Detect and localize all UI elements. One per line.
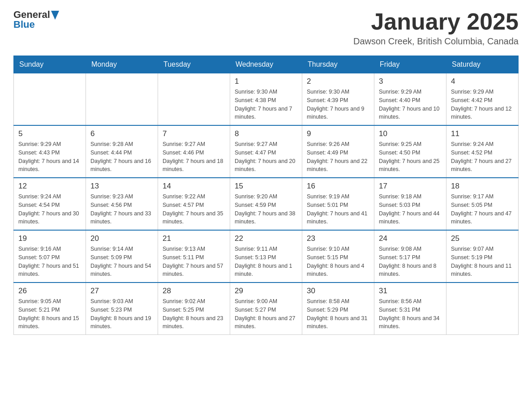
calendar-week-row: 1Sunrise: 9:30 AMSunset: 4:38 PMDaylight… bbox=[14, 73, 519, 126]
day-info: Sunrise: 9:29 AMSunset: 4:42 PMDaylight:… bbox=[451, 88, 514, 121]
table-row: 3Sunrise: 9:29 AMSunset: 4:40 PMDaylight… bbox=[374, 73, 446, 126]
day-number: 25 bbox=[451, 234, 514, 243]
day-number: 14 bbox=[163, 182, 225, 191]
day-info: Sunrise: 9:11 AMSunset: 5:13 PMDaylight:… bbox=[235, 245, 297, 278]
page-header: General Blue January 2025 Dawson Creek, … bbox=[13, 9, 519, 47]
table-row: 13Sunrise: 9:23 AMSunset: 4:56 PMDayligh… bbox=[86, 178, 158, 230]
calendar-week-row: 26Sunrise: 9:05 AMSunset: 5:21 PMDayligh… bbox=[14, 283, 519, 335]
day-number: 2 bbox=[307, 77, 369, 86]
table-row: 8Sunrise: 9:27 AMSunset: 4:47 PMDaylight… bbox=[230, 125, 302, 178]
day-number: 17 bbox=[379, 182, 442, 191]
table-row: 19Sunrise: 9:16 AMSunset: 5:07 PMDayligh… bbox=[14, 230, 86, 283]
table-row: 11Sunrise: 9:24 AMSunset: 4:52 PMDayligh… bbox=[446, 125, 519, 178]
table-row: 5Sunrise: 9:29 AMSunset: 4:43 PMDaylight… bbox=[14, 125, 86, 178]
day-info: Sunrise: 9:26 AMSunset: 4:49 PMDaylight:… bbox=[307, 140, 369, 174]
table-row: 20Sunrise: 9:14 AMSunset: 5:09 PMDayligh… bbox=[86, 230, 158, 283]
day-number: 28 bbox=[163, 287, 225, 295]
table-row: 4Sunrise: 9:29 AMSunset: 4:42 PMDaylight… bbox=[446, 73, 519, 126]
header-tuesday: Tuesday bbox=[158, 56, 230, 73]
table-row: 18Sunrise: 9:17 AMSunset: 5:05 PMDayligh… bbox=[446, 178, 519, 230]
calendar-title: January 2025 bbox=[353, 9, 519, 34]
table-row: 26Sunrise: 9:05 AMSunset: 5:21 PMDayligh… bbox=[14, 283, 86, 335]
day-number: 24 bbox=[379, 234, 442, 243]
calendar-subtitle: Dawson Creek, British Columbia, Canada bbox=[353, 36, 519, 47]
table-row: 27Sunrise: 9:03 AMSunset: 5:23 PMDayligh… bbox=[86, 283, 158, 335]
day-info: Sunrise: 9:30 AMSunset: 4:38 PMDaylight:… bbox=[235, 88, 297, 121]
day-info: Sunrise: 9:22 AMSunset: 4:57 PMDaylight:… bbox=[163, 193, 225, 226]
day-info: Sunrise: 9:05 AMSunset: 5:21 PMDaylight:… bbox=[18, 297, 81, 331]
header-thursday: Thursday bbox=[302, 56, 374, 73]
day-number: 5 bbox=[18, 129, 81, 138]
day-info: Sunrise: 8:56 AMSunset: 5:31 PMDaylight:… bbox=[379, 297, 442, 331]
day-number: 23 bbox=[307, 234, 369, 243]
day-number: 6 bbox=[90, 129, 153, 138]
day-number: 31 bbox=[379, 287, 442, 295]
day-number: 12 bbox=[18, 182, 81, 191]
table-row: 10Sunrise: 9:25 AMSunset: 4:50 PMDayligh… bbox=[374, 125, 446, 178]
table-row: 30Sunrise: 8:58 AMSunset: 5:29 PMDayligh… bbox=[302, 283, 374, 335]
day-info: Sunrise: 9:13 AMSunset: 5:11 PMDaylight:… bbox=[163, 245, 225, 278]
day-info: Sunrise: 9:07 AMSunset: 5:19 PMDaylight:… bbox=[451, 245, 514, 278]
calendar-week-row: 19Sunrise: 9:16 AMSunset: 5:07 PMDayligh… bbox=[14, 230, 519, 283]
day-number: 18 bbox=[451, 182, 514, 191]
day-info: Sunrise: 9:08 AMSunset: 5:17 PMDaylight:… bbox=[379, 245, 442, 278]
day-number: 7 bbox=[163, 129, 225, 138]
table-row bbox=[158, 73, 230, 126]
table-row: 17Sunrise: 9:18 AMSunset: 5:03 PMDayligh… bbox=[374, 178, 446, 230]
day-number: 10 bbox=[379, 129, 442, 138]
table-row: 12Sunrise: 9:24 AMSunset: 4:54 PMDayligh… bbox=[14, 178, 86, 230]
day-info: Sunrise: 9:24 AMSunset: 4:54 PMDaylight:… bbox=[18, 193, 81, 226]
day-info: Sunrise: 9:30 AMSunset: 4:39 PMDaylight:… bbox=[307, 88, 369, 121]
day-info: Sunrise: 9:16 AMSunset: 5:07 PMDaylight:… bbox=[18, 245, 81, 278]
day-info: Sunrise: 9:10 AMSunset: 5:15 PMDaylight:… bbox=[307, 245, 369, 278]
day-number: 13 bbox=[90, 182, 153, 191]
header-friday: Friday bbox=[374, 56, 446, 73]
day-number: 22 bbox=[235, 234, 297, 243]
table-row bbox=[86, 73, 158, 126]
day-info: Sunrise: 9:03 AMSunset: 5:23 PMDaylight:… bbox=[90, 297, 153, 331]
header-sunday: Sunday bbox=[14, 56, 86, 73]
table-row: 7Sunrise: 9:27 AMSunset: 4:46 PMDaylight… bbox=[158, 125, 230, 178]
day-info: Sunrise: 9:29 AMSunset: 4:40 PMDaylight:… bbox=[379, 88, 442, 121]
day-info: Sunrise: 9:27 AMSunset: 4:47 PMDaylight:… bbox=[235, 140, 297, 174]
table-row: 31Sunrise: 8:56 AMSunset: 5:31 PMDayligh… bbox=[374, 283, 446, 335]
table-row: 15Sunrise: 9:20 AMSunset: 4:59 PMDayligh… bbox=[230, 178, 302, 230]
day-number: 1 bbox=[235, 77, 297, 86]
day-info: Sunrise: 9:19 AMSunset: 5:01 PMDaylight:… bbox=[307, 193, 369, 226]
logo-triangle-icon bbox=[51, 11, 59, 20]
day-number: 30 bbox=[307, 287, 369, 295]
table-row: 14Sunrise: 9:22 AMSunset: 4:57 PMDayligh… bbox=[158, 178, 230, 230]
day-info: Sunrise: 9:28 AMSunset: 4:44 PMDaylight:… bbox=[90, 140, 153, 174]
day-number: 26 bbox=[18, 287, 81, 295]
day-info: Sunrise: 9:18 AMSunset: 5:03 PMDaylight:… bbox=[379, 193, 442, 226]
day-number: 29 bbox=[235, 287, 297, 295]
day-number: 21 bbox=[163, 234, 225, 243]
title-area: January 2025 Dawson Creek, British Colum… bbox=[353, 9, 519, 47]
table-row: 25Sunrise: 9:07 AMSunset: 5:19 PMDayligh… bbox=[446, 230, 519, 283]
day-number: 8 bbox=[235, 129, 297, 138]
header-monday: Monday bbox=[86, 56, 158, 73]
table-row bbox=[14, 73, 86, 126]
day-number: 15 bbox=[235, 182, 297, 191]
table-row: 16Sunrise: 9:19 AMSunset: 5:01 PMDayligh… bbox=[302, 178, 374, 230]
table-row: 29Sunrise: 9:00 AMSunset: 5:27 PMDayligh… bbox=[230, 283, 302, 335]
day-number: 9 bbox=[307, 129, 369, 138]
calendar-week-row: 12Sunrise: 9:24 AMSunset: 4:54 PMDayligh… bbox=[14, 178, 519, 230]
day-number: 20 bbox=[90, 234, 153, 243]
table-row: 24Sunrise: 9:08 AMSunset: 5:17 PMDayligh… bbox=[374, 230, 446, 283]
table-row: 2Sunrise: 9:30 AMSunset: 4:39 PMDaylight… bbox=[302, 73, 374, 126]
table-row: 22Sunrise: 9:11 AMSunset: 5:13 PMDayligh… bbox=[230, 230, 302, 283]
day-info: Sunrise: 9:20 AMSunset: 4:59 PMDaylight:… bbox=[235, 193, 297, 226]
table-row: 9Sunrise: 9:26 AMSunset: 4:49 PMDaylight… bbox=[302, 125, 374, 178]
day-number: 11 bbox=[451, 129, 514, 138]
calendar-week-row: 5Sunrise: 9:29 AMSunset: 4:43 PMDaylight… bbox=[14, 125, 519, 178]
day-number: 16 bbox=[307, 182, 369, 191]
calendar-header-row: Sunday Monday Tuesday Wednesday Thursday… bbox=[14, 56, 519, 73]
day-number: 4 bbox=[451, 77, 514, 86]
table-row: 23Sunrise: 9:10 AMSunset: 5:15 PMDayligh… bbox=[302, 230, 374, 283]
day-info: Sunrise: 9:17 AMSunset: 5:05 PMDaylight:… bbox=[451, 193, 514, 226]
day-number: 27 bbox=[90, 287, 153, 295]
day-number: 3 bbox=[379, 77, 442, 86]
day-info: Sunrise: 9:25 AMSunset: 4:50 PMDaylight:… bbox=[379, 140, 442, 174]
day-info: Sunrise: 9:24 AMSunset: 4:52 PMDaylight:… bbox=[451, 140, 514, 174]
